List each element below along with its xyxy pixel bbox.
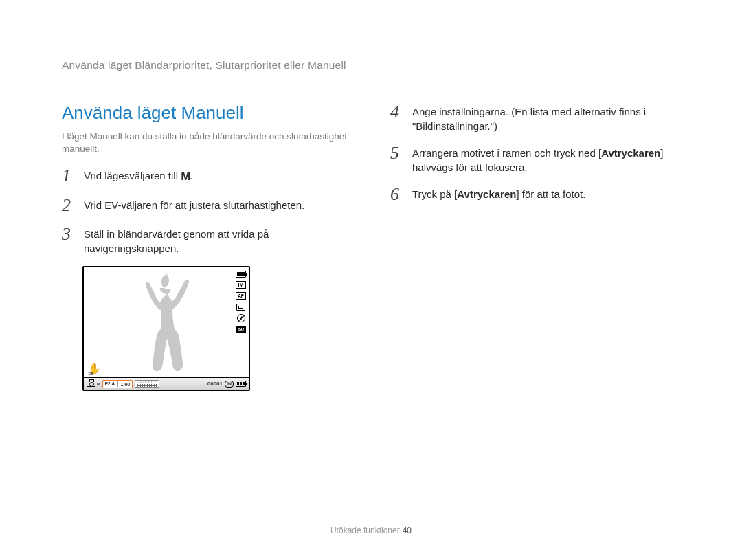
manual-page: Använda läget Bländarprioritet, Slutarpr… (0, 0, 742, 560)
aperture-value: F2.4 (105, 381, 115, 386)
aperture-shutter-group: F2.41/60 (102, 380, 133, 388)
steps-right: 4 Ange inställningarna. (En lista med al… (390, 102, 680, 203)
battery-level-icon (236, 381, 246, 387)
step-4: 4 Ange inställningarna. (En lista med al… (390, 102, 680, 133)
content-columns: Använda läget Manuell I läget Manuell ka… (62, 102, 680, 391)
mode-dial-m-icon: M (181, 168, 190, 185)
step-text: Arrangera motivet i ramen och tryck ned … (412, 144, 680, 175)
shutter-key-label: Avtryckaren (457, 188, 516, 200)
metering-icon (236, 304, 245, 311)
camera-mode-indicator: M (87, 381, 100, 387)
storage-in-badge: IN (225, 381, 234, 388)
step-number: 3 (62, 225, 80, 243)
camera-icon (87, 381, 95, 387)
camera-status-bar: M F2.41/60 00001 IN (84, 377, 249, 390)
step-number: 5 (390, 144, 408, 162)
viewfinder: IM AF ISO ✋ OIS (84, 267, 249, 377)
camera-illustration: IM AF ISO ✋ OIS M (82, 266, 352, 391)
ois-label: OIS (89, 372, 93, 376)
right-column: 4 Ange inställningarna. (En lista med al… (390, 102, 680, 391)
viewfinder-icon-stack: IM AF ISO (236, 270, 246, 333)
battery-icon (236, 271, 246, 278)
steps-left: 1 Vrid lägesväljaren till M. 2 Vrid EV-v… (62, 166, 352, 256)
breadcrumb: Använda läget Bländarprioritet, Slutarpr… (62, 59, 680, 71)
mode-m-label: M (97, 382, 100, 386)
page-footer: Utökade funktioner40 (0, 526, 742, 535)
step-5: 5 Arrangera motivet i ramen och tryck ne… (390, 144, 680, 175)
shutter-value: 1/60 (117, 381, 131, 387)
person-silhouette-icon (131, 269, 192, 377)
step-3: 3 Ställ in bländarvärdet genom att vrida… (62, 225, 352, 256)
step-1: 1 Vrid lägesväljaren till M. (62, 166, 352, 185)
footer-section-label: Utökade funktioner (330, 526, 400, 535)
image-mode-icon: IM (236, 281, 246, 289)
ev-ruler (135, 380, 159, 388)
step-number: 4 (390, 102, 408, 121)
step-6: 6 Tryck på [Avtryckaren] för att ta foto… (390, 185, 680, 203)
iso-icon: ISO (236, 326, 246, 333)
shutter-key-label: Avtryckaren (601, 147, 660, 159)
autofocus-icon: AF (236, 292, 246, 300)
left-column: Använda läget Manuell I läget Manuell ka… (62, 102, 352, 391)
flash-off-icon (237, 314, 245, 322)
camera-screen: IM AF ISO ✋ OIS M (82, 266, 250, 391)
step-2: 2 Vrid EV-väljaren för att justera sluta… (62, 196, 352, 214)
step-text: Vrid EV-väljaren för att justera slutarh… (84, 196, 304, 212)
step-text: Vrid lägesväljaren till M. (84, 166, 193, 185)
step-number: 6 (390, 185, 408, 203)
intro-text: I läget Manuell kan du ställa in både bl… (62, 131, 352, 155)
step-number: 1 (62, 166, 80, 185)
divider (62, 76, 680, 76)
step-number: 2 (62, 196, 80, 214)
step-text: Ställ in bländarvärdet genom att vrida p… (84, 225, 352, 256)
step-text: Tryck på [Avtryckaren] för att ta fotot. (412, 185, 585, 201)
page-number: 40 (403, 526, 412, 535)
shot-counter: 00001 (207, 381, 223, 387)
section-title: Använda läget Manuell (62, 102, 352, 124)
step-text: Ange inställningarna. (En lista med alte… (412, 102, 680, 133)
